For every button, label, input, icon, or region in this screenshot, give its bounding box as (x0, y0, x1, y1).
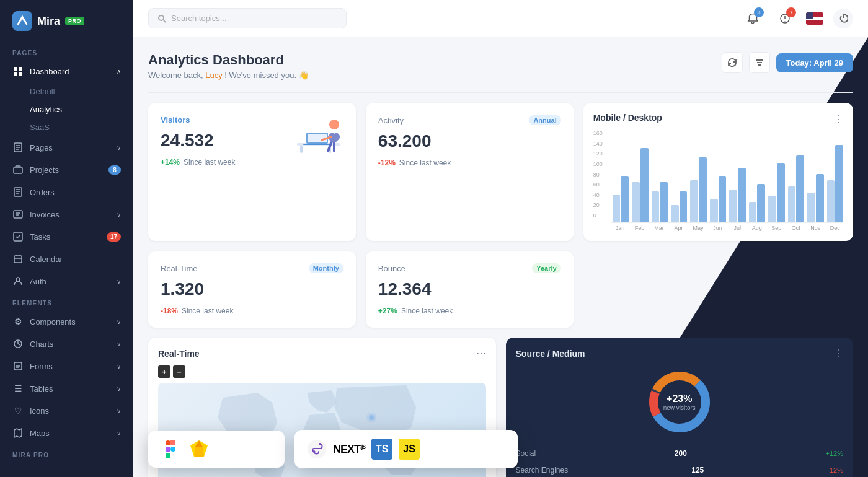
source-social-name: Social (516, 449, 536, 458)
sidebar: Mira PRO PAGES Dashboard ∧ Default Analy… (0, 0, 133, 477)
sidebar-item-maps[interactable]: Maps ∨ (0, 422, 133, 444)
activity-footer: -12% Since last week (378, 159, 561, 167)
activity-badge: Annual (529, 115, 560, 125)
realtime-card: Real-Time Monthly 1.320 -18% Since last … (148, 251, 356, 328)
page-header-actions: Today: April 29 (722, 52, 853, 73)
logo[interactable]: Mira PRO (0, 0, 133, 42)
zoom-out-button[interactable]: − (173, 365, 185, 378)
charts-label: Charts (30, 339, 53, 349)
refresh-button[interactable] (722, 52, 743, 73)
auth-label: Auth (30, 277, 46, 286)
filter-button[interactable] (749, 52, 770, 73)
bar-may-light (699, 157, 707, 222)
svg-rect-2 (14, 72, 17, 76)
bar-group-jul (729, 168, 745, 222)
main-area: Search topics... 3 7 (133, 0, 868, 477)
invoices-icon (12, 209, 24, 220)
map-menu[interactable]: ⋯ (476, 348, 486, 359)
elements-section-label: ELEMENTS (0, 292, 133, 310)
visitors-illustration (294, 109, 350, 155)
bar-may-dark (690, 180, 698, 222)
forms-chevron: ∨ (117, 363, 121, 370)
tasks-label: Tasks (30, 232, 50, 242)
visitors-card: Visitors (148, 103, 356, 241)
realtime-label: Real-Time (161, 264, 197, 273)
mobile-desktop-menu[interactable]: ⋮ (833, 113, 843, 125)
source-menu[interactable]: ⋮ (833, 348, 843, 359)
sidebar-sub-saas[interactable]: SaaS (0, 118, 133, 136)
header: Search topics... 3 7 (133, 0, 868, 37)
invoices-chevron: ∨ (117, 211, 121, 218)
subtitle-suffix: ! We've missed you. 👋 (224, 71, 308, 80)
activity-label: Activity (378, 116, 404, 125)
bar-mar-light (660, 182, 668, 222)
sidebar-item-forms[interactable]: Forms ∨ (0, 355, 133, 377)
dashboard-chevron: ∧ (117, 68, 121, 75)
sidebar-item-pages[interactable]: Pages ∨ (0, 136, 133, 159)
sidebar-item-auth[interactable]: Auth ∨ (0, 270, 133, 292)
charts-icon (12, 338, 24, 349)
icons-chevron: ∨ (117, 408, 121, 414)
search-box[interactable]: Search topics... (148, 8, 347, 28)
svg-rect-0 (14, 67, 17, 71)
logo-icon (12, 11, 32, 31)
bar-jan-light (621, 176, 629, 222)
sidebar-item-icons[interactable]: ♡ Icons ∨ (0, 400, 133, 422)
donut-percent: +23% (663, 393, 696, 405)
javascript-icon: JS (399, 439, 420, 460)
svg-rect-12 (14, 256, 22, 263)
notifications-badge: 3 (754, 7, 764, 17)
zoom-in-button[interactable]: + (158, 365, 170, 378)
month-feb: Feb (631, 225, 648, 231)
date-button[interactable]: Today: April 29 (776, 53, 853, 72)
sidebar-item-tasks[interactable]: Tasks 17 (0, 225, 133, 248)
pages-section-label: PAGES (0, 42, 133, 60)
nextjs-logo: NEXT.js (333, 443, 365, 456)
auth-chevron: ∨ (117, 278, 121, 285)
language-flag[interactable] (806, 12, 823, 25)
sidebar-item-tables[interactable]: ☰ Tables ∨ (0, 377, 133, 400)
sidebar-sub-default[interactable]: Default (0, 82, 133, 100)
page-subtitle: Welcome back, Lucy ! We've missed you. 👋 (148, 71, 722, 80)
alerts-button[interactable]: 7 (774, 7, 796, 30)
month-jul: Jul (729, 225, 746, 231)
sidebar-item-orders[interactable]: Orders (0, 181, 133, 203)
source-search-name: Search Engines (516, 466, 569, 475)
svg-point-41 (313, 450, 316, 453)
redux-icon (307, 439, 327, 459)
map-controls: + − (158, 365, 486, 378)
bar-apr-light (680, 191, 688, 222)
pro-badge: PRO (65, 17, 84, 25)
svg-point-26 (366, 413, 376, 422)
bar-dec-light (835, 145, 843, 222)
month-apr: Apr (670, 225, 687, 231)
sidebar-item-projects[interactable]: Projects 8 (0, 159, 133, 181)
svg-rect-32 (166, 447, 170, 452)
sidebar-item-invoices[interactable]: Invoices ∨ (0, 203, 133, 225)
svg-point-24 (329, 120, 339, 129)
alerts-badge: 7 (786, 7, 796, 17)
bar-jul-light (738, 168, 746, 222)
sidebar-item-calendar[interactable]: Calendar (0, 248, 133, 270)
bar-dec-dark (827, 180, 835, 222)
forms-label: Forms (30, 362, 53, 371)
charts-chevron: ∨ (117, 341, 121, 348)
svg-rect-19 (300, 146, 303, 153)
power-button[interactable] (833, 9, 853, 28)
icons-label: Icons (30, 406, 49, 416)
tech-stack-card: NEXT.js TS JS (294, 430, 518, 468)
sidebar-sub-analytics[interactable]: Analytics (0, 100, 133, 118)
sidebar-item-dashboard[interactable]: Dashboard ∧ (0, 60, 133, 82)
bar-group-sep (768, 163, 784, 222)
sidebar-item-components[interactable]: ⚙ Components ∨ (0, 310, 133, 333)
tasks-badge: 17 (107, 232, 121, 242)
mobile-desktop-card: Mobile / Desktop ⋮ 160140120100806040200 (583, 103, 853, 241)
invoices-label: Invoices (30, 210, 60, 219)
donut-wrap: +23% new visitors (516, 368, 844, 436)
notifications-button[interactable]: 3 (742, 7, 764, 30)
source-row-search: Search Engines 125 -12% (516, 462, 844, 477)
sidebar-item-charts[interactable]: Charts ∨ (0, 333, 133, 355)
month-dec: Dec (827, 225, 844, 231)
projects-badge: 8 (108, 165, 121, 175)
header-actions: 3 7 (742, 7, 853, 30)
